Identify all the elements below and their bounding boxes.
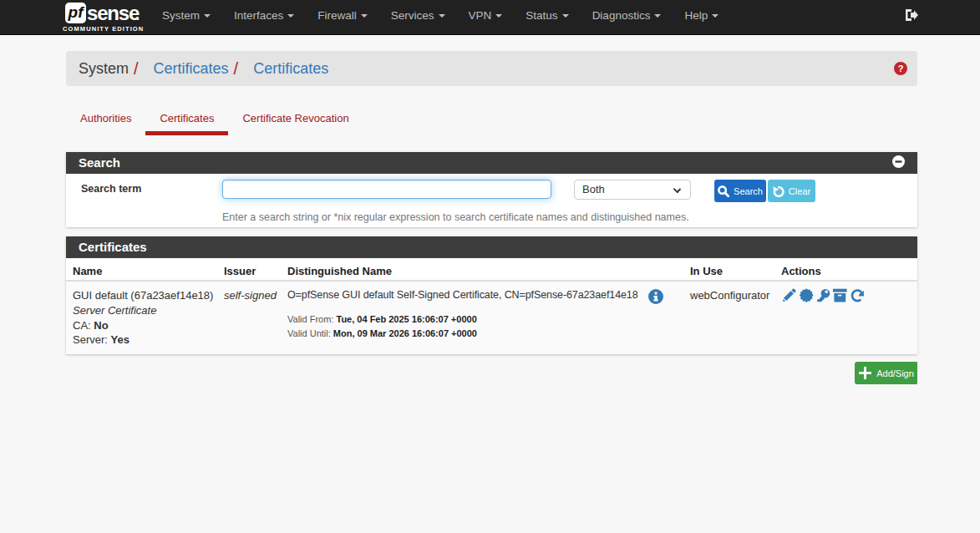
svg-text:?: ? [898, 63, 904, 74]
